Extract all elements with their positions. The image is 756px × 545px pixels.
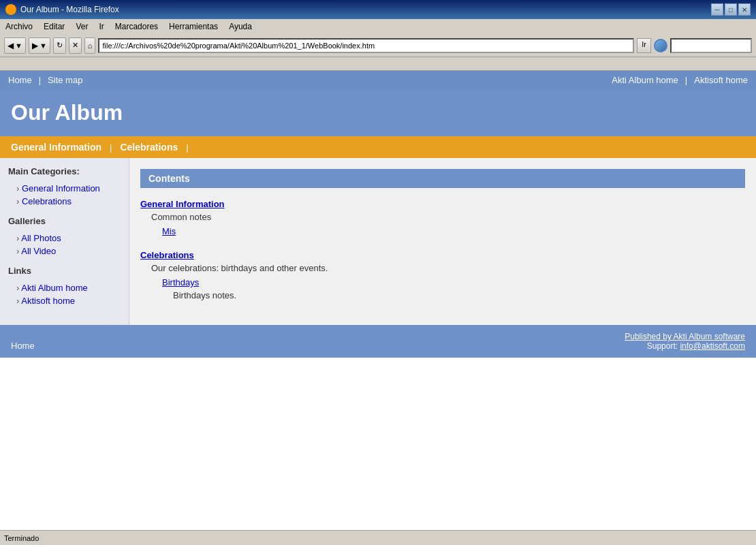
forward-button[interactable]: ▶ ▼ [29, 37, 50, 54]
top-navigation: Home | Site map Akti Album home | Aktiso… [0, 71, 756, 89]
reload-icon: ↻ [57, 41, 63, 50]
globe-icon [654, 39, 667, 52]
main-layout: Main Categories: General Information Cel… [0, 158, 756, 325]
galleries-label: Galleries [8, 216, 121, 226]
tab-celebrations[interactable]: Celebrations [117, 140, 180, 154]
search-input[interactable] [670, 38, 752, 53]
top-nav-left: Home | Site map [8, 75, 82, 85]
stop-button[interactable]: ✕ [69, 37, 82, 54]
footer-right: Published by Akti Album software Support… [625, 332, 745, 351]
stop-icon: ✕ [72, 41, 78, 50]
menu-ir[interactable]: Ir [99, 22, 104, 31]
contents-header: Contents [140, 169, 745, 188]
page-wrapper: Home | Site map Akti Album home | Aktiso… [0, 71, 756, 530]
address-bar-container [98, 38, 634, 53]
content-desc-general-information: Common notes [140, 212, 745, 222]
footer-support-label: Support: [647, 341, 680, 351]
nav-sitemap-link[interactable]: Site map [48, 75, 82, 85]
go-button[interactable]: Ir [637, 38, 651, 53]
forward-arrow-icon: ▶ [32, 41, 38, 50]
forward-dropdown-icon: ▼ [40, 42, 47, 50]
footer-published-link[interactable]: Published by Akti Album software [625, 332, 745, 341]
browser-title: Our Album - Mozilla Firefox [20, 5, 707, 14]
menu-archivo[interactable]: Archivo [5, 22, 33, 31]
top-nav-right: Akti Album home | Aktisoft home [612, 75, 748, 85]
back-dropdown-icon: ▼ [15, 42, 22, 50]
browser-titlebar: Our Album - Mozilla Firefox ─ □ ✕ [0, 0, 756, 19]
tab-separator-1: | [110, 142, 112, 153]
main-categories-label: Main Categories: [8, 166, 121, 176]
content-sublink-birthdays[interactable]: Birthdays [140, 277, 745, 287]
back-button[interactable]: ◀ ▼ [4, 37, 26, 54]
nav-aktisoft-link[interactable]: Aktisoft home [694, 75, 748, 85]
menu-ayuda[interactable]: Ayuda [229, 22, 252, 31]
tab-general-information[interactable]: General Information [8, 140, 104, 154]
sidebar: Main Categories: General Information Cel… [0, 158, 129, 325]
browser-icon [5, 4, 16, 15]
minimize-button[interactable]: ─ [711, 3, 723, 16]
content-section-celebrations: Celebrations Our celebrations: birthdays… [140, 250, 745, 300]
footer-home-link[interactable]: Home [11, 341, 35, 351]
nav-separator-1: | [39, 75, 41, 85]
footer-published: Published by Akti Album software [625, 332, 745, 341]
footer-support-email[interactable]: info@aktisoft.com [680, 341, 745, 351]
menu-bar: Archivo Editar Ver Ir Marcadores Herrami… [0, 19, 756, 34]
bookmarks-bar [0, 57, 756, 71]
page-title-bar: Our Album [0, 89, 756, 136]
menu-herramientas[interactable]: Herramientas [169, 22, 218, 31]
menu-ver[interactable]: Ver [76, 22, 88, 31]
window-controls[interactable]: ─ □ ✕ [711, 3, 751, 16]
page-title: Our Album [11, 100, 745, 125]
content-sublink-mis[interactable]: Mis [140, 226, 745, 236]
tab-separator-2: | [186, 142, 188, 153]
content-link-general-information[interactable]: General Information [140, 199, 745, 209]
nav-aktialbum-link[interactable]: Akti Album home [612, 75, 678, 85]
sidebar-item-general-information[interactable]: General Information [8, 182, 121, 195]
menu-editar[interactable]: Editar [44, 22, 65, 31]
address-bar-input[interactable] [98, 38, 634, 53]
page-footer: Home Published by Akti Album software Su… [0, 325, 756, 358]
sidebar-item-all-video[interactable]: All Video [8, 245, 121, 258]
close-button[interactable]: ✕ [738, 3, 751, 16]
home-icon: ⌂ [88, 42, 93, 50]
back-arrow-icon: ◀ [7, 41, 14, 50]
reload-button[interactable]: ↻ [53, 37, 66, 54]
links-label: Links [8, 266, 121, 276]
sidebar-item-all-photos[interactable]: All Photos [8, 232, 121, 245]
sidebar-item-aktisoft-home[interactable]: Aktisoft home [8, 294, 121, 307]
maximize-button[interactable]: □ [725, 3, 737, 16]
content-sub-desc-birthdays: Birthdays notes. [140, 290, 745, 300]
content-link-celebrations[interactable]: Celebrations [140, 250, 745, 260]
menu-marcadores[interactable]: Marcadores [115, 22, 158, 31]
browser-toolbar: ◀ ▼ ▶ ▼ ↻ ✕ ⌂ Ir [0, 34, 756, 57]
content-area: Contents General Information Common note… [129, 158, 756, 325]
footer-support: Support: info@aktisoft.com [625, 341, 745, 351]
nav-separator-2: | [685, 75, 687, 85]
tab-bar: General Information | Celebrations | [0, 136, 756, 158]
content-desc-celebrations: Our celebrations: birthdays and other ev… [140, 263, 745, 273]
nav-home-link[interactable]: Home [8, 75, 32, 85]
home-button[interactable]: ⌂ [84, 37, 96, 54]
sidebar-item-celebrations[interactable]: Celebrations [8, 195, 121, 208]
content-section-general-information: General Information Common notes Mis [140, 199, 745, 236]
sidebar-item-aktialbum-home[interactable]: Akti Album home [8, 281, 121, 294]
footer-left: Home [11, 341, 35, 351]
